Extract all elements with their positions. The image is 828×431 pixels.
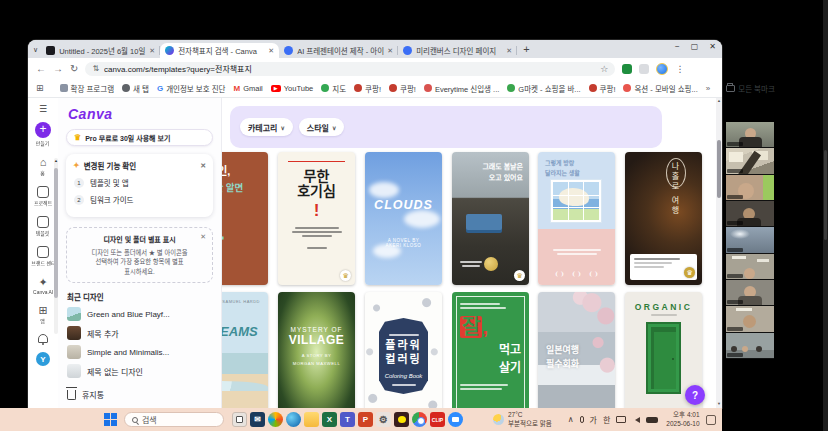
bookmark-star-icon[interactable]: ☆ — [600, 64, 608, 74]
tab-close-icon[interactable]: ✕ — [268, 47, 274, 55]
settings-gear-icon[interactable]: ⚙ — [376, 412, 391, 427]
recent-design-item[interactable]: Green and Blue Playf... — [67, 307, 212, 321]
taskbar-search[interactable]: 검색 — [124, 412, 224, 427]
extensions-puzzle-icon[interactable] — [639, 64, 649, 74]
bookmark-youtube[interactable]: ▶YouTube — [271, 84, 313, 93]
back-icon[interactable]: ← — [36, 64, 46, 74]
rail-item-apps[interactable]: ⊞ 앱 — [37, 304, 49, 325]
rail-item-home[interactable]: ⌂ 홈 — [37, 156, 49, 177]
extension-icon[interactable] — [622, 64, 632, 74]
apps-grid-icon[interactable]: ⊞ — [36, 83, 44, 93]
powerpoint-icon[interactable]: P — [358, 412, 373, 427]
template-cover-japan-travel[interactable]: 일본여행필수회화 — [538, 292, 615, 408]
whats-new-item-teamwork[interactable]: 2 팀워크 가이드 — [74, 194, 205, 205]
excel-icon[interactable]: X — [322, 412, 337, 427]
menu-icon[interactable]: ☰ — [39, 104, 47, 114]
forward-icon[interactable]: → — [53, 64, 63, 74]
kakaotalk-icon[interactable] — [394, 412, 409, 427]
weather-widget[interactable]: 27°C 부분적으로 맑음 — [493, 411, 552, 428]
rail-item-brand[interactable]: 브랜드 센터 — [30, 246, 57, 267]
zoom-app-icon[interactable] — [448, 412, 463, 427]
clip-app-icon[interactable]: CLIP — [430, 412, 445, 427]
bookmark-newtab[interactable]: 새 탭 — [122, 83, 149, 94]
tab-canva-active[interactable]: 전자책표지 검색 - Canva ✕ — [160, 43, 279, 58]
tab-miricanvas[interactable]: 미리캔버스 디자인 페이지 ✕ — [398, 43, 517, 58]
template-cover-design-book[interactable]: 디자인, 이것만 알면 끝 — [222, 152, 268, 285]
bookmark-privacy[interactable]: G개인정보 보호 진단 — [157, 83, 226, 94]
trash-item[interactable]: 휴지통 — [67, 388, 212, 400]
participant-tile[interactable] — [726, 254, 774, 280]
scrollbar-thumb[interactable] — [824, 150, 827, 240]
bookmarks-overflow-icon[interactable]: » — [706, 84, 710, 93]
participant-tile[interactable] — [726, 201, 774, 227]
chrome-icon[interactable] — [412, 412, 427, 427]
participant-tile[interactable] — [726, 122, 774, 148]
pro-trial-button[interactable]: ♛ Pro 무료로 30일 사용해 보기 — [66, 129, 213, 146]
page-scrollbar[interactable]: ▲ ▼ — [716, 98, 722, 408]
bookmark-coupang[interactable]: 쿠팡! — [589, 83, 616, 94]
address-bar[interactable]: ⇅ canva.com/s/templates?query=전자책표지 ☆ — [85, 62, 615, 76]
participant-tile[interactable] — [726, 333, 774, 359]
minimize-button[interactable]: − — [675, 42, 680, 51]
canva-logo[interactable]: Canva — [68, 106, 213, 122]
microphone-icon[interactable] — [580, 416, 584, 423]
taskbar-clock[interactable]: 오후 4:01 2025-06-10 — [666, 411, 699, 428]
template-cover-clouds[interactable]: CLOUDS A NOVEL BYAKERI KLOSO — [365, 152, 442, 285]
tab-ai-presentation[interactable]: AI 프레젠테이션 제작 - 아이디... ✕ — [279, 43, 398, 58]
participant-tile[interactable] — [726, 175, 774, 201]
bookmark-auction[interactable]: 옥션 - 모바일 쇼핑... — [623, 83, 697, 94]
ime-han-indicator[interactable]: 한 — [603, 414, 610, 425]
edge-browser-icon[interactable] — [286, 412, 301, 427]
mail-icon[interactable]: ✉ — [250, 412, 265, 427]
tab-close-icon[interactable]: ✕ — [149, 47, 155, 55]
maximize-button[interactable]: ▢ — [691, 42, 699, 51]
tab-search-chevron-icon[interactable]: ∨ — [33, 46, 38, 54]
participant-tile[interactable] — [726, 227, 774, 253]
conference-scrollbar[interactable] — [823, 0, 828, 431]
bookmark-gmail[interactable]: MGmail — [234, 84, 263, 93]
participant-tile[interactable] — [726, 280, 774, 306]
recent-design-item[interactable]: 제목 없는 디자인 — [67, 364, 212, 378]
copilot-icon[interactable] — [268, 412, 283, 427]
participant-tile[interactable] — [726, 306, 774, 332]
teams-icon[interactable]: T — [340, 412, 355, 427]
site-settings-icon[interactable]: ⇅ — [92, 64, 99, 73]
tab-close-icon[interactable]: ✕ — [506, 47, 512, 55]
task-view-icon[interactable] — [232, 412, 247, 427]
speaker-icon[interactable] — [632, 417, 640, 423]
scroll-up-icon[interactable]: ▲ — [716, 98, 722, 104]
participant-tile[interactable] — [726, 148, 774, 174]
bookmark-maps[interactable]: 지도 — [321, 83, 346, 94]
create-button[interactable]: + 만들기 — [35, 122, 51, 147]
reload-icon[interactable]: ↻ — [70, 64, 78, 74]
template-cover-flower-coloring[interactable]: 플라워컬러링 Coloring Book ♛ — [365, 292, 442, 408]
template-cover-dreams[interactable]: SAMUEL HARDD DREAMS — [222, 292, 268, 408]
template-cover-travel-illustration[interactable]: 그렇게 방랑달라지는 생활 ❨❩❨❩❨❩ — [538, 152, 615, 285]
browser-menu-icon[interactable]: ⋮ — [675, 64, 684, 74]
help-button[interactable]: ? — [685, 385, 705, 405]
rail-item-canva-ai[interactable]: ✦ Canva AI — [32, 276, 54, 295]
tab-untitled[interactable]: Untitled - 2025년 6월 10일 1... ✕ — [41, 43, 160, 58]
style-filter-button[interactable]: 스타일 ∨ — [299, 118, 345, 136]
url-text[interactable]: canva.com/s/templates?query=전자책표지 — [104, 63, 595, 74]
battery-icon[interactable] — [646, 417, 658, 423]
bookmark-extensions[interactable]: 확장 프로그램 — [60, 83, 114, 94]
rail-item-projects[interactable]: 프로젝트 — [33, 186, 53, 207]
notifications-button[interactable] — [38, 334, 48, 343]
account-avatar[interactable]: Y — [36, 352, 50, 366]
whats-new-item-templates[interactable]: 1 템플릿 및 앱 — [74, 177, 205, 188]
recent-design-item[interactable]: Simple and Minimalis... — [67, 345, 212, 359]
template-cover-eat-well[interactable]: 잘, 먹고 살기 ♛ — [452, 292, 529, 408]
new-tab-button[interactable]: + — [523, 43, 529, 55]
file-explorer-icon[interactable] — [304, 412, 319, 427]
notification-center-icon[interactable] — [706, 415, 716, 425]
tray-expand-icon[interactable]: ∧ — [568, 415, 574, 424]
profile-avatar[interactable] — [656, 63, 668, 75]
ime-ga-indicator[interactable]: 가 — [590, 414, 597, 425]
close-icon[interactable]: ✕ — [200, 162, 206, 170]
rail-item-templates[interactable]: 템플릿 — [35, 216, 50, 237]
recent-design-item[interactable]: 제목 추가 — [67, 326, 212, 340]
bookmark-everytime[interactable]: Everytime 신입생 ... — [424, 83, 499, 94]
close-icon[interactable]: ✕ — [200, 233, 206, 241]
scrollbar-thumb[interactable] — [717, 140, 721, 198]
